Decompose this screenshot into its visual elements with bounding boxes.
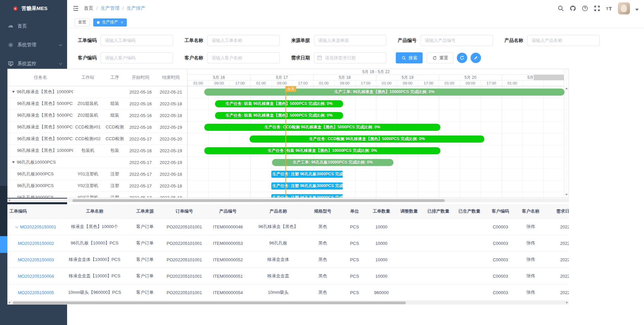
- table-row[interactable]: MO202205150003移液盒盒体【10000】PCS客户订单PO20220…: [7, 252, 569, 268]
- filter-input[interactable]: [207, 35, 280, 46]
- svg-text:T: T: [606, 7, 608, 11]
- sidebar-toggle-icon[interactable]: [72, 5, 79, 12]
- gantt-vertical-scrollbar[interactable]: [564, 69, 569, 198]
- collapse-triangle-icon[interactable]: [12, 91, 15, 93]
- gantt-task-bar[interactable]: 生产任务: CCD检测 96孔移液盒【黑色】5000PCS 完成比例: 0%: [204, 124, 440, 131]
- table-column-header: 工单数量: [368, 208, 395, 214]
- table-cell: 10mm吸头: [252, 289, 304, 295]
- gantt-task-row[interactable]: 96孔移液盒【黑色】5000PCSZ02组装机组装2022-05-162022-…: [8, 110, 187, 121]
- scroll-down-icon[interactable]: [565, 194, 568, 196]
- gantt-workorder-bar[interactable]: 生产工单: 96孔孔板10000PCS 完成比例: 0%: [272, 159, 393, 166]
- gantt-horizontal-scrollbar[interactable]: [7, 199, 569, 202]
- tab-home[interactable]: 首页: [74, 18, 90, 26]
- gantt-task-bar[interactable]: 生产任务: CCD检测 96孔移液盒【黑色】5000PCS 完成比例: 0%: [250, 136, 484, 143]
- table-row[interactable]: MO202205150001移液盒【黑色】10000个客户订单PO2022051…: [7, 219, 569, 235]
- app-title: 苦糖果MES: [21, 5, 48, 12]
- gantt-task-bar[interactable]: 生产任务: 注塑 96孔孔板3000PCS 完成比例: 0%: [271, 194, 343, 198]
- gantt-task-row[interactable]: 96孔移液盒【黑色】5000PCSCCD检测#02CCD检测2022-05-17…: [8, 133, 187, 145]
- filter-input[interactable]: [101, 35, 173, 46]
- scrollbar-thumb[interactable]: [13, 302, 406, 304]
- gantt-chart-area: 今天 生产工单: 96孔移液盒【黑色】10000PCS 完成比例: 0%生产任务…: [187, 86, 565, 198]
- scrollbar-thumb[interactable]: [72, 199, 445, 202]
- breadcrumb: 首页 / 生产管理 / 生产排产: [84, 5, 146, 11]
- search-icon[interactable]: [557, 5, 564, 12]
- task-name: 96孔移液盒【黑色】10000PCS: [17, 148, 73, 154]
- filter-field: 来源单据: [289, 35, 386, 46]
- gantt-task-row[interactable]: 96孔移液盒【黑色】10000PCS包装机包装2022-05-162022-05…: [8, 145, 187, 157]
- close-tab-icon[interactable]: ×: [121, 20, 123, 25]
- table-row[interactable]: MO20220515000296孔孔板【10000】PCS客户订单PO20220…: [7, 235, 569, 252]
- work-order-link[interactable]: MO202205150002: [18, 241, 54, 246]
- table-cell: 张伟: [516, 240, 546, 246]
- breadcrumb-scheduling[interactable]: 生产排产: [127, 5, 146, 11]
- question-icon[interactable]: [582, 5, 588, 12]
- github-icon[interactable]: [570, 5, 576, 12]
- gantt-task-row[interactable]: 96孔孔板3000PCSY02注塑机注塑2022-05-172022-05-18: [8, 180, 187, 192]
- filter-input[interactable]: [207, 52, 280, 63]
- filter-input[interactable]: [421, 35, 493, 46]
- gantt-task-row[interactable]: 96孔孔板10000PCS2022-05-172022-05-19: [8, 157, 187, 168]
- edit-schedule-button[interactable]: [471, 53, 481, 63]
- table-cell: 96孔孔板【10000】PCS: [64, 240, 125, 246]
- work-order-link[interactable]: MO202205150003: [18, 257, 54, 262]
- scroll-left-icon[interactable]: [8, 302, 10, 304]
- table-cell: 客户订单: [125, 240, 165, 246]
- gantt-task-row[interactable]: 96孔移液盒【黑色】5000PCSCCD检测#01CCD检测2022-05-16…: [8, 121, 187, 133]
- scroll-left-icon[interactable]: [8, 199, 10, 201]
- reset-button[interactable]: 重置: [427, 52, 453, 63]
- gantt-workorder-bar[interactable]: 生产工单: 96孔移液盒【黑色】10000PCS 完成比例: 0%: [204, 89, 565, 96]
- table-cell: 移液盒盒体【10000】PCS: [64, 257, 125, 263]
- task-station: Y02注塑机: [73, 183, 103, 189]
- gantt-task-row[interactable]: 96孔孔板3000PCSY03注塑机注塑2022-05-172022-05-18: [8, 192, 187, 198]
- filter-input[interactable]: [314, 35, 386, 46]
- refresh-gantt-button[interactable]: [457, 53, 467, 63]
- gantt-task-bar[interactable]: 生产任务: 组装 96孔移液盒【黑色】5000PCS 完成比例: 0%: [215, 100, 343, 107]
- sidebar-item-system[interactable]: 系统管理: [0, 36, 67, 54]
- table-horizontal-scrollbar[interactable]: [7, 301, 569, 305]
- tab-scheduling[interactable]: 生产排产 ×: [93, 18, 127, 26]
- table-cell: PO202205101001: [165, 257, 204, 262]
- gantt-task-bar[interactable]: 生产任务: 注塑 96孔孔板3000PCS 完成比例: 0%: [271, 182, 343, 189]
- avatar[interactable]: [618, 2, 630, 14]
- gantt-task-bar[interactable]: 生产任务: 包装 96孔移液盒【黑色】10000PCS 完成比例: 0%: [204, 147, 440, 154]
- gantt-column-header: 工作站: [73, 74, 103, 80]
- scroll-right-icon[interactable]: [566, 302, 568, 304]
- user-menu-caret-icon[interactable]: [635, 9, 639, 11]
- filter-field: 产品名称: [502, 35, 600, 46]
- fullscreen-icon[interactable]: [594, 5, 600, 12]
- gantt-task-bar[interactable]: 生产任务: 组装 96孔移液盒【黑色】5000PCS 完成比例: 0%: [215, 112, 343, 119]
- expand-row-icon[interactable]: [15, 225, 18, 228]
- sidebar-item-home[interactable]: 首页: [0, 17, 67, 36]
- work-order-link[interactable]: MO202205150001: [20, 224, 56, 229]
- app-root: 苦糖果MES 首页系统管理系统监控系统工具主数据仓储管理设备管理工装夹具管理生产…: [0, 0, 644, 325]
- table-cell: 移液盒盒体: [252, 257, 304, 263]
- sync-icon: [460, 55, 465, 61]
- table-row[interactable]: MO20220515000510mm吸头【960000】PCS客户订单PO202…: [7, 284, 569, 301]
- filter-input[interactable]: [101, 52, 173, 63]
- search-button[interactable]: 搜索: [396, 52, 423, 63]
- gantt-task-row[interactable]: 96孔移液盒【黑色】5000PCSZ01组装机组装2022-05-162022-…: [8, 98, 187, 110]
- gantt-hour-label: [543, 80, 564, 86]
- date-input[interactable]: [314, 52, 386, 63]
- gantt-hour-label: 01:00: [313, 80, 334, 86]
- filter-input[interactable]: [527, 35, 600, 46]
- gantt-task-bar[interactable]: 生产任务: 注塑 96孔孔板3000PCS 完成比例: 0%: [271, 171, 343, 178]
- work-order-link[interactable]: MO202205150005: [18, 290, 54, 295]
- task-end: 2022-05-18: [154, 183, 187, 188]
- collapse-triangle-icon[interactable]: [12, 161, 15, 163]
- filter-panel: 工单编码工单名称来源单据产品编号产品名称 客户编码客户名称需求日期搜索重置: [67, 28, 644, 71]
- gantt-task-row[interactable]: 96孔孔板3000PCSY01注塑机注塑2022-05-172022-05-18: [8, 168, 187, 180]
- table-cell: 2022: [546, 290, 569, 295]
- breadcrumb-production[interactable]: 生产管理: [101, 5, 119, 11]
- table-row[interactable]: MO202205150004移液盒盒盖【10000】PCS客户订单PO20220…: [7, 268, 569, 284]
- font-size-icon[interactable]: TT: [606, 5, 612, 12]
- table-cell: 10000: [368, 257, 395, 262]
- gantt-hour-label: 17:00: [292, 80, 313, 86]
- filter-label: 来源单据: [289, 38, 310, 44]
- filter-label: 客户名称: [182, 55, 203, 61]
- gantt-task-row[interactable]: 96孔移液盒【黑色】10000PCS2022-05-162022-05-21: [8, 86, 187, 98]
- work-order-link[interactable]: MO202205150004: [18, 274, 54, 279]
- breadcrumb-home[interactable]: 首页: [84, 5, 93, 11]
- scroll-up-icon[interactable]: [565, 88, 568, 89]
- table-cell: PCS: [341, 241, 368, 246]
